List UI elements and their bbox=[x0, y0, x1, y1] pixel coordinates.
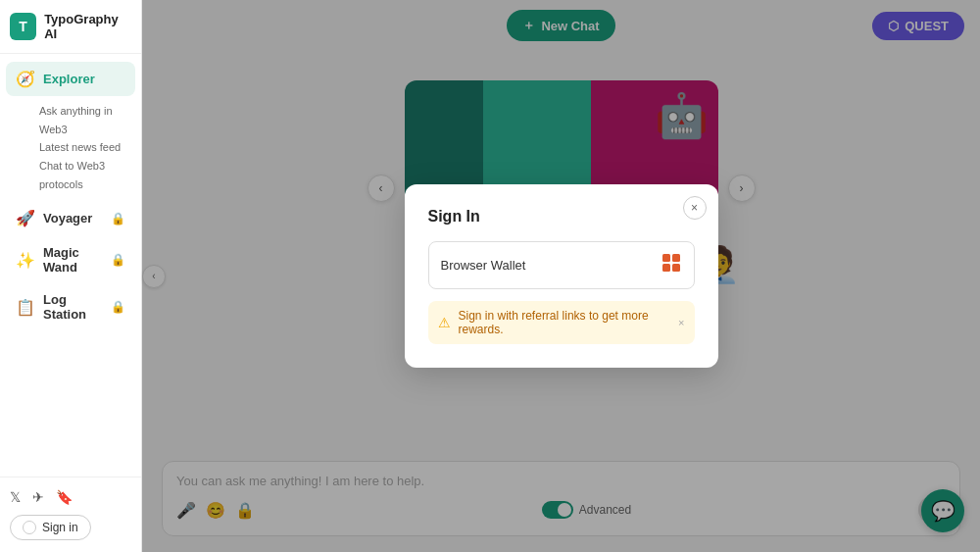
voyager-icon: 🚀 bbox=[16, 209, 35, 227]
sign-in-label: Sign in bbox=[42, 521, 78, 534]
sidebar-footer: 𝕏 ✈ 🔖 Sign in bbox=[0, 477, 141, 552]
sidebar-item-voyager[interactable]: 🚀 Voyager 🔒 bbox=[6, 201, 135, 235]
sidebar: T TypoGraphy AI 🧭 Explorer Ask anything … bbox=[0, 0, 142, 552]
bookmark-icon[interactable]: 🔖 bbox=[56, 489, 73, 505]
sidebar-item-magic-wand[interactable]: ✨ Magic Wand 🔒 bbox=[6, 237, 135, 282]
modal-error-text: Sign in with referral links to get more … bbox=[459, 309, 671, 336]
sidebar-item-label: Magic Wand bbox=[43, 245, 103, 275]
svg-rect-1 bbox=[672, 254, 680, 262]
telegram-icon[interactable]: ✈ bbox=[32, 489, 44, 505]
sidebar-item-log-station[interactable]: 📋 Log Station 🔒 bbox=[6, 284, 135, 329]
sign-in-button[interactable]: Sign in bbox=[10, 515, 91, 540]
sidebar-item-label: Log Station bbox=[43, 292, 103, 322]
sign-in-circle bbox=[23, 521, 36, 534]
svg-rect-2 bbox=[662, 264, 670, 272]
modal-error-close-button[interactable]: × bbox=[678, 317, 684, 328]
logo-icon: T bbox=[10, 13, 36, 40]
svg-rect-0 bbox=[662, 254, 670, 262]
explorer-sub-3: Chat to Web3 protocols bbox=[39, 157, 125, 193]
log-station-icon: 📋 bbox=[16, 298, 35, 317]
sign-in-modal: Sign In × Browser Wallet ⚠ Sign in with … bbox=[405, 184, 718, 368]
sidebar-nav: 🧭 Explorer Ask anything in Web3 Latest n… bbox=[0, 54, 141, 477]
logo-text: TypoGraphy AI bbox=[44, 12, 131, 41]
main-content: ＋ New Chat ⬡ QUEST ‹ ‹ bbox=[142, 0, 980, 552]
lock-icon: 🔒 bbox=[111, 253, 125, 267]
explorer-subitems: Ask anything in Web3 Latest news feed Ch… bbox=[6, 98, 135, 201]
warning-icon: ⚠ bbox=[438, 315, 451, 330]
wallet-input-text: Browser Wallet bbox=[441, 258, 526, 273]
sidebar-item-label: Explorer bbox=[43, 72, 95, 86]
explorer-sub-2: Latest news feed bbox=[39, 138, 125, 157]
explorer-sub-1: Ask anything in Web3 bbox=[39, 102, 125, 138]
wallet-icon bbox=[661, 252, 682, 278]
wallet-input-wrap[interactable]: Browser Wallet bbox=[428, 241, 695, 289]
modal-overlay: Sign In × Browser Wallet ⚠ Sign in with … bbox=[142, 0, 980, 552]
modal-title: Sign In bbox=[428, 208, 695, 226]
social-icons: 𝕏 ✈ 🔖 bbox=[10, 489, 131, 505]
explorer-icon: 🧭 bbox=[16, 70, 35, 88]
lock-icon: 🔒 bbox=[111, 300, 125, 314]
twitter-icon[interactable]: 𝕏 bbox=[10, 489, 21, 505]
sidebar-logo: T TypoGraphy AI bbox=[0, 0, 141, 54]
lock-icon: 🔒 bbox=[111, 212, 125, 226]
magic-wand-icon: ✨ bbox=[16, 251, 35, 270]
sidebar-item-label: Voyager bbox=[43, 211, 92, 226]
sidebar-item-explorer[interactable]: 🧭 Explorer bbox=[6, 62, 135, 96]
svg-rect-3 bbox=[672, 264, 680, 272]
modal-error-banner: ⚠ Sign in with referral links to get mor… bbox=[428, 301, 695, 344]
modal-close-button[interactable]: × bbox=[683, 196, 707, 220]
